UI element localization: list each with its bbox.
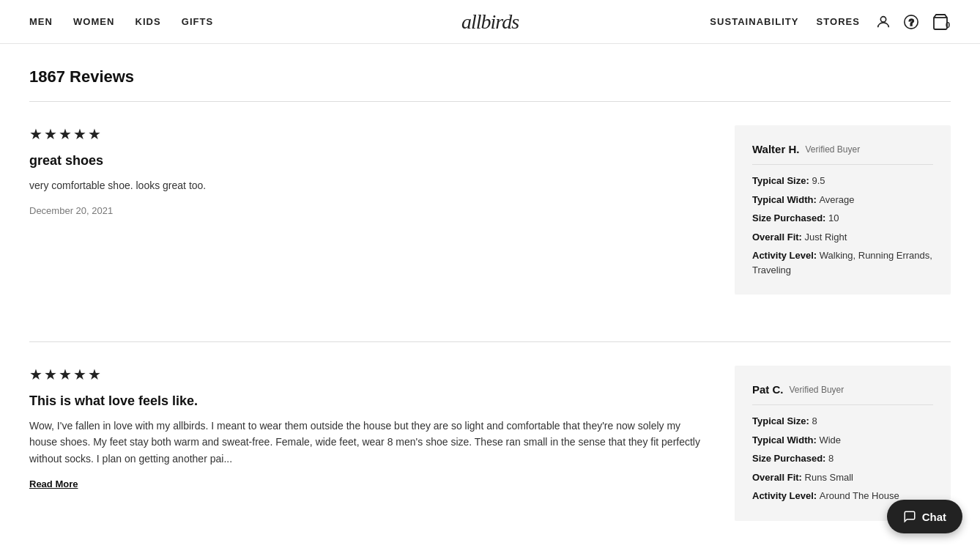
- stat-overall-fit: Overall Fit: Just Right: [752, 230, 933, 245]
- stat-label: Typical Width:: [752, 194, 819, 205]
- review-date: December 20, 2021: [29, 205, 705, 216]
- stat-label: Overall Fit:: [752, 232, 805, 243]
- reviewer-card: Walter H. Verified Buyer Typical Size: 9…: [735, 125, 951, 295]
- site-header: MENWOMENKIDSGIFTS allbirds SUSTAINABILIT…: [0, 0, 980, 44]
- nav-item-women[interactable]: WOMEN: [73, 16, 114, 27]
- stat-label: Typical Size:: [752, 415, 812, 426]
- reviewer-name: Walter H.: [752, 143, 799, 155]
- review-main: ★★★★★ great shoes very comfortable shoe.…: [29, 125, 705, 295]
- stat-size-purchased: Size Purchased: 10: [752, 211, 933, 226]
- stat-label: Typical Size:: [752, 175, 812, 186]
- stat-value: Runs Small: [805, 472, 853, 483]
- star-icon: ★: [88, 366, 101, 383]
- review-body: Wow, I've fallen in love with my allbird…: [29, 418, 705, 467]
- reviewer-header: Pat C. Verified Buyer: [752, 383, 933, 405]
- reviewer-header: Walter H. Verified Buyer: [752, 143, 933, 165]
- star-icon: ★: [44, 366, 57, 383]
- star-rating: ★★★★★: [29, 366, 705, 383]
- read-more-link[interactable]: Read More: [29, 478, 705, 489]
- stat-activity-level: Activity Level: Walking, Running Errands…: [752, 248, 933, 277]
- reviewer-card: Pat C. Verified Buyer Typical Size: 8 Ty…: [735, 366, 951, 521]
- stat-value: 9.5: [812, 175, 825, 186]
- reviews-title: 1867 Reviews: [29, 67, 951, 86]
- star-icon: ★: [73, 125, 86, 143]
- star-icon: ★: [44, 125, 57, 143]
- reviews-container: ★★★★★ great shoes very comfortable shoe.…: [29, 125, 951, 544]
- reviewer-stats: Typical Size: 9.5 Typical Width: Average…: [752, 174, 933, 277]
- stat-label: Activity Level:: [752, 490, 820, 501]
- review-title: This is what love feels like.: [29, 393, 705, 409]
- stat-value: Average: [819, 194, 854, 205]
- nav-right-link-stores[interactable]: STORES: [817, 16, 860, 27]
- review-divider: [29, 341, 951, 342]
- cart-count: 0: [946, 21, 950, 29]
- svg-text:?: ?: [909, 17, 914, 27]
- nav-item-gifts[interactable]: GIFTS: [182, 16, 213, 27]
- review-row: ★★★★★ great shoes very comfortable shoe.…: [29, 125, 951, 318]
- stat-value: Around The House: [820, 490, 899, 501]
- verified-badge: Verified Buyer: [790, 385, 844, 395]
- stat-size-purchased: Size Purchased: 8: [752, 451, 933, 466]
- stat-label: Activity Level:: [752, 250, 820, 261]
- main-content: 1867 Reviews ★★★★★ great shoes very comf…: [0, 67, 980, 551]
- nav-right-links: SUSTAINABILITYSTORES: [710, 16, 860, 27]
- divider-top: [29, 101, 951, 102]
- stat-typical-width: Typical Width: Average: [752, 193, 933, 207]
- nav-item-kids[interactable]: KIDS: [136, 16, 161, 27]
- star-icon: ★: [59, 366, 72, 383]
- stat-label: Size Purchased:: [752, 212, 828, 223]
- cart-icon[interactable]: 0: [930, 12, 951, 32]
- review-title: great shoes: [29, 153, 705, 169]
- reviewer-stats: Typical Size: 8 Typical Width: Wide Size…: [752, 414, 933, 503]
- star-icon: ★: [88, 125, 101, 143]
- stat-typical-size: Typical Size: 8: [752, 414, 933, 429]
- star-icon: ★: [29, 366, 42, 383]
- review-body: very comfortable shoe. looks great too.: [29, 177, 705, 193]
- stat-label: Typical Width:: [752, 434, 819, 445]
- stat-value: 8: [812, 415, 817, 426]
- site-logo[interactable]: allbirds: [461, 10, 519, 34]
- nav-left: MENWOMENKIDSGIFTS: [29, 16, 213, 27]
- review-main: ★★★★★ This is what love feels like. Wow,…: [29, 366, 705, 521]
- chat-icon: [903, 510, 916, 523]
- star-icon: ★: [73, 366, 86, 383]
- stat-typical-size: Typical Size: 9.5: [752, 174, 933, 188]
- nav-right-link-sustainability[interactable]: SUSTAINABILITY: [710, 16, 798, 27]
- stat-value: Just Right: [805, 232, 847, 243]
- reviewer-name: Pat C.: [752, 383, 784, 396]
- stat-value: 10: [828, 212, 839, 223]
- chat-button[interactable]: Chat: [887, 500, 962, 533]
- account-icon[interactable]: [875, 13, 892, 31]
- chat-label: Chat: [922, 511, 946, 523]
- nav-right: SUSTAINABILITYSTORES ? 0: [710, 12, 951, 32]
- review-row: ★★★★★ This is what love feels like. Wow,…: [29, 366, 951, 544]
- verified-badge: Verified Buyer: [805, 144, 860, 155]
- stat-label: Size Purchased:: [752, 453, 828, 464]
- stat-overall-fit: Overall Fit: Runs Small: [752, 470, 933, 485]
- stat-value: 8: [828, 453, 834, 464]
- star-icon: ★: [59, 125, 72, 143]
- svg-point-0: [880, 16, 886, 21]
- nav-icons: ? 0: [875, 12, 951, 32]
- stat-typical-width: Typical Width: Wide: [752, 433, 933, 448]
- help-icon[interactable]: ?: [902, 13, 920, 31]
- star-rating: ★★★★★: [29, 125, 705, 143]
- star-icon: ★: [29, 125, 42, 143]
- stat-value: Wide: [819, 434, 841, 445]
- nav-item-men[interactable]: MEN: [29, 16, 53, 27]
- stat-label: Overall Fit:: [752, 472, 805, 483]
